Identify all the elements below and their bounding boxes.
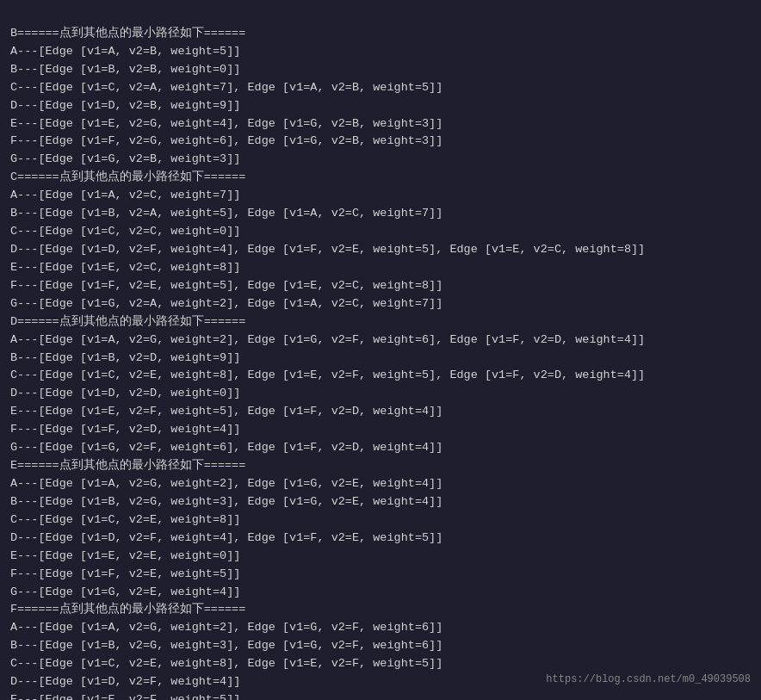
output-line: F======点到其他点的最小路径如下====== <box>10 601 751 619</box>
output-line: E---[Edge [v1=E, v2=F, weight=5]] <box>10 691 751 700</box>
output-line: B---[Edge [v1=B, v2=B, weight=0]] <box>10 61 751 79</box>
output-line: E---[Edge [v1=E, v2=E, weight=0]] <box>10 548 751 566</box>
output-line: C---[Edge [v1=C, v2=E, weight=8], Edge [… <box>10 367 751 385</box>
output-line: F---[Edge [v1=F, v2=E, weight=5], Edge [… <box>10 277 751 295</box>
output-line: C---[Edge [v1=C, v2=E, weight=8], Edge [… <box>10 655 751 673</box>
output-line: B---[Edge [v1=B, v2=D, weight=9]] <box>10 350 751 368</box>
output-container: B======点到其他点的最小路径如下======A---[Edge [v1=A… <box>10 7 751 700</box>
output-line: A---[Edge [v1=A, v2=B, weight=5]] <box>10 43 751 61</box>
output-line: C======点到其他点的最小路径如下====== <box>10 169 751 187</box>
output-line: E======点到其他点的最小路径如下====== <box>10 457 751 475</box>
output-line: A---[Edge [v1=A, v2=G, weight=2], Edge [… <box>10 475 751 493</box>
output-line: E---[Edge [v1=E, v2=F, weight=5], Edge [… <box>10 403 751 421</box>
output-line: F---[Edge [v1=F, v2=E, weight=5]] <box>10 566 751 584</box>
output-line: B======点到其他点的最小路径如下====== <box>10 25 751 43</box>
output-line: B---[Edge [v1=B, v2=A, weight=5], Edge [… <box>10 205 751 223</box>
output-line: A---[Edge [v1=A, v2=G, weight=2], Edge [… <box>10 331 751 350</box>
output-line: D---[Edge [v1=D, v2=B, weight=9]] <box>10 97 751 115</box>
watermark-text: https://blog.csdn.net/m0_49039508 <box>546 672 751 688</box>
output-line: C---[Edge [v1=C, v2=C, weight=0]] <box>10 223 751 241</box>
output-line: D======点到其他点的最小路径如下====== <box>10 313 751 331</box>
output-line: A---[Edge [v1=A, v2=G, weight=2], Edge [… <box>10 619 751 637</box>
output-line: B---[Edge [v1=B, v2=G, weight=3], Edge [… <box>10 493 751 511</box>
output-line: D---[Edge [v1=D, v2=F, weight=4], Edge [… <box>10 530 751 548</box>
output-line: G---[Edge [v1=G, v2=F, weight=6], Edge [… <box>10 439 751 457</box>
output-line: D---[Edge [v1=D, v2=F, weight=4], Edge [… <box>10 241 751 259</box>
output-line: E---[Edge [v1=E, v2=G, weight=4], Edge [… <box>10 115 751 133</box>
output-line: A---[Edge [v1=A, v2=C, weight=7]] <box>10 187 751 205</box>
output-line: G---[Edge [v1=G, v2=A, weight=2], Edge [… <box>10 295 751 313</box>
output-line: G---[Edge [v1=G, v2=B, weight=3]] <box>10 151 751 169</box>
output-line: F---[Edge [v1=F, v2=D, weight=4]] <box>10 421 751 439</box>
output-line: G---[Edge [v1=G, v2=E, weight=4]] <box>10 584 751 602</box>
output-line: F---[Edge [v1=F, v2=G, weight=6], Edge [… <box>10 133 751 151</box>
output-line: B---[Edge [v1=B, v2=G, weight=3], Edge [… <box>10 637 751 655</box>
output-line: C---[Edge [v1=C, v2=A, weight=7], Edge [… <box>10 79 751 97</box>
output-line: D---[Edge [v1=D, v2=D, weight=0]] <box>10 385 751 403</box>
output-line: E---[Edge [v1=E, v2=C, weight=8]] <box>10 259 751 277</box>
output-line: C---[Edge [v1=C, v2=E, weight=8]] <box>10 511 751 530</box>
